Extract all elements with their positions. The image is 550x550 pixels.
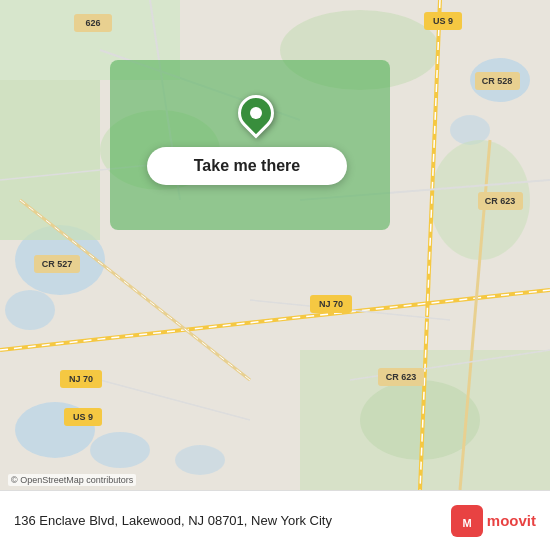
bottom-bar: 136 Enclave Blvd, Lakewood, NJ 08701, Ne… <box>0 490 550 550</box>
svg-point-7 <box>175 445 225 475</box>
moovit-logo: M moovit <box>451 505 536 537</box>
svg-rect-9 <box>0 80 100 240</box>
svg-text:CR 528: CR 528 <box>482 76 513 86</box>
svg-text:CR 623: CR 623 <box>386 372 417 382</box>
svg-point-2 <box>5 290 55 330</box>
svg-text:US 9: US 9 <box>73 412 93 422</box>
svg-text:626: 626 <box>85 18 100 28</box>
map-container: US 9 CR 528 CR 623 NJ 70 NJ 70 CR 527 US… <box>0 0 550 490</box>
svg-text:CR 527: CR 527 <box>42 259 73 269</box>
svg-text:M: M <box>462 517 471 529</box>
svg-text:US 9: US 9 <box>433 16 453 26</box>
destination-overlay <box>110 60 390 230</box>
svg-text:NJ 70: NJ 70 <box>319 299 343 309</box>
address-text: 136 Enclave Blvd, Lakewood, NJ 08701, Ne… <box>14 513 451 528</box>
svg-point-6 <box>90 432 150 468</box>
moovit-name: moovit <box>487 512 536 529</box>
svg-text:CR 623: CR 623 <box>485 196 516 206</box>
moovit-icon: M <box>451 505 483 537</box>
take-me-there-button[interactable]: Take me there <box>147 147 347 185</box>
map-attribution: © OpenStreetMap contributors <box>8 474 136 486</box>
svg-text:NJ 70: NJ 70 <box>69 374 93 384</box>
location-pin <box>238 95 274 139</box>
